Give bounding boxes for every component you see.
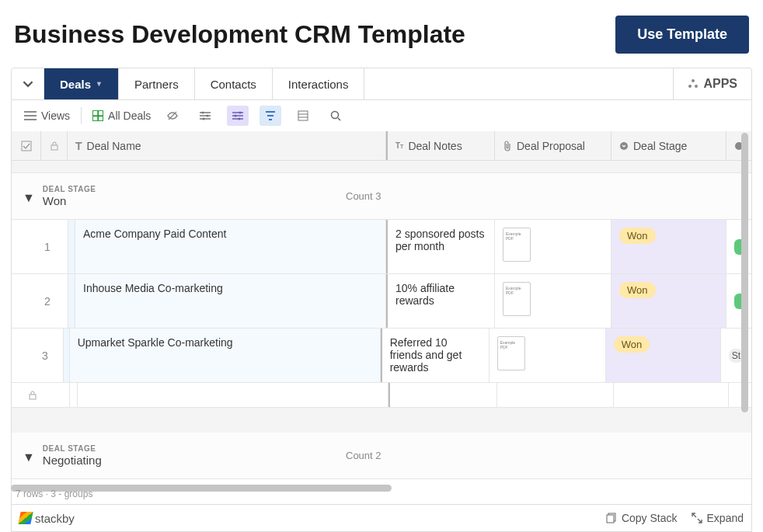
stage-pill: Won — [614, 336, 650, 353]
stage-pill: Won — [619, 282, 656, 298]
all-deals-view[interactable]: All Deals — [92, 110, 151, 122]
toolbar: Views All Deals — [11, 100, 752, 131]
apps-button[interactable]: APPS — [673, 68, 751, 99]
select-all-checkbox[interactable] — [12, 131, 41, 160]
row-number: 1 — [12, 220, 68, 273]
cell-deal-stage[interactable]: Won — [606, 329, 721, 382]
brand[interactable]: stackby — [19, 512, 75, 525]
group-gap — [12, 408, 751, 433]
table-header: TDeal Name TTDeal Notes Deal Proposal De… — [12, 131, 751, 161]
cell-deal-proposal[interactable]: Example PDF — [495, 220, 611, 273]
cell-deal-notes[interactable]: 2 sponsored posts per month — [386, 220, 495, 273]
document-thumbnail[interactable]: Example PDF — [497, 336, 525, 370]
cell-deal-name[interactable]: Inhouse Media Co-marketing — [75, 274, 386, 328]
use-template-button[interactable]: Use Template — [615, 16, 749, 54]
text-icon: T — [75, 140, 82, 152]
text-icon: TT — [395, 141, 403, 150]
caret-down-icon: ▼ — [96, 80, 103, 88]
tab-contacts[interactable]: Contacts — [195, 68, 273, 99]
svg-point-1 — [688, 85, 692, 88]
svg-point-10 — [332, 112, 339, 119]
hide-fields-button[interactable] — [162, 106, 183, 126]
grid-icon — [92, 110, 103, 121]
table-row[interactable]: 1 Acme Company Paid Content 2 sponsored … — [12, 220, 751, 274]
cell-deal-notes[interactable]: Referred 10 friends and get rewards — [381, 329, 490, 382]
svg-point-7 — [235, 115, 237, 117]
stage-pill: Won — [619, 228, 656, 244]
column-label: Deal Notes — [408, 140, 462, 152]
tab-deals[interactable]: Deals▼ — [44, 68, 119, 99]
column-label: Deal Proposal — [517, 140, 585, 152]
column-deal-notes[interactable]: TTDeal Notes — [386, 131, 495, 160]
lock-icon — [51, 141, 58, 151]
group-field-label: DEAL STAGE — [43, 185, 96, 193]
views-button[interactable]: Views — [24, 110, 70, 122]
svg-point-3 — [202, 112, 204, 114]
lock-icon — [29, 391, 37, 400]
svg-point-0 — [692, 79, 695, 82]
cell-deal-proposal[interactable]: Example PDF — [495, 274, 611, 328]
group-value: Won — [43, 194, 96, 207]
column-deal-stage[interactable]: Deal Stage — [611, 131, 726, 160]
cell-deal-proposal[interactable]: Example PDF — [490, 329, 606, 382]
cell-deal-name[interactable]: Acme Company Paid Content — [75, 220, 386, 273]
spacer — [12, 161, 751, 173]
tab-partners[interactable]: Partners — [119, 68, 195, 99]
document-thumbnail[interactable]: Example PDF — [503, 282, 531, 316]
tabs-bar: Deals▼ Partners Contacts Interactions AP… — [11, 68, 752, 100]
column-deal-name[interactable]: TDeal Name — [68, 131, 386, 160]
table-row[interactable]: 2 Inhouse Media Co-marketing 10% affilia… — [12, 274, 751, 329]
apps-label: APPS — [703, 77, 737, 91]
menu-icon — [24, 111, 37, 120]
copy-stack-button[interactable]: Copy Stack — [606, 512, 678, 524]
chevron-down-icon — [23, 78, 33, 89]
sliders-icon — [199, 110, 211, 121]
cell-deal-name[interactable]: Upmarket Sparkle Co-marketing — [70, 329, 381, 382]
group-button[interactable] — [227, 106, 249, 126]
group-count: Count 2 — [346, 450, 382, 461]
group-count: Count 3 — [346, 190, 382, 202]
group-header-negotiating[interactable]: ▼ DEAL STAGE Negotiating Count 2 — [12, 433, 751, 479]
row-height-button[interactable] — [292, 106, 314, 126]
svg-rect-17 — [607, 515, 614, 523]
tabs-dropdown-toggle[interactable] — [12, 68, 44, 99]
svg-rect-11 — [22, 141, 31, 151]
filter-button[interactable] — [194, 106, 216, 126]
cell-deal-notes[interactable]: 10% affiliate rewards — [386, 274, 495, 328]
group-value: Negotiating — [43, 454, 102, 467]
select-icon — [619, 141, 629, 151]
svg-point-5 — [203, 118, 205, 120]
group-field-label: DEAL STAGE — [43, 444, 102, 453]
expand-label: Expand — [707, 512, 744, 524]
document-thumbnail[interactable]: Example PDF — [503, 228, 531, 262]
cell-deal-stage[interactable]: Won — [611, 274, 726, 328]
expand-button[interactable]: Expand — [692, 512, 744, 524]
tab-label: Deals — [60, 78, 91, 91]
row-number: 2 — [12, 274, 68, 328]
tab-interactions[interactable]: Interactions — [273, 68, 365, 99]
eye-off-icon — [166, 110, 179, 121]
svg-point-6 — [239, 112, 242, 114]
column-deal-proposal[interactable]: Deal Proposal — [495, 131, 611, 160]
collapse-arrow-icon[interactable]: ▼ — [23, 450, 35, 464]
search-button[interactable] — [325, 106, 347, 126]
svg-point-2 — [695, 85, 698, 88]
copy-label: Copy Stack — [622, 512, 678, 524]
svg-rect-12 — [51, 145, 57, 150]
svg-rect-15 — [30, 395, 36, 399]
filter-icon — [265, 110, 276, 121]
add-row[interactable] — [12, 383, 751, 408]
svg-point-8 — [239, 118, 241, 120]
row-number: 3 — [12, 329, 64, 382]
divider — [81, 107, 82, 124]
table-row[interactable]: 3 Upmarket Sparkle Co-marketing Referred… — [12, 329, 751, 383]
sort-button[interactable] — [260, 106, 281, 126]
collapse-arrow-icon[interactable]: ▼ — [23, 191, 35, 205]
row-height-icon — [298, 110, 308, 121]
group-header-won[interactable]: ▼ DEAL STAGE Won Count 3 — [12, 173, 751, 220]
search-icon — [330, 110, 341, 121]
cell-deal-stage[interactable]: Won — [611, 220, 726, 273]
vertical-scrollbar[interactable] — [741, 133, 748, 412]
footer-bar: stackby Copy Stack Expand — [11, 504, 752, 532]
brand-label: stackby — [35, 512, 75, 525]
